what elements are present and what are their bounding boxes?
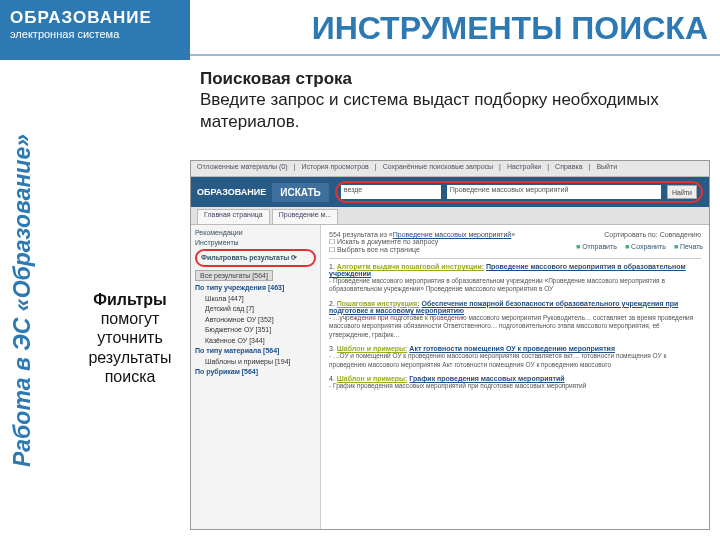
app-screenshot: Отложенные материалы (0)| История просмо… bbox=[190, 160, 710, 530]
result-pre: Пошаговая инструкция: bbox=[337, 300, 420, 307]
description-head: Поисковая строка bbox=[200, 69, 352, 88]
tree-node[interactable]: По типу материала [564] bbox=[195, 346, 316, 357]
search-input[interactable]: Проведение массовых мероприятий bbox=[447, 185, 661, 199]
result-pre: Алгоритм выдачи пошаговой инструкции: bbox=[337, 263, 484, 270]
toolbar-print[interactable]: Печать bbox=[674, 243, 703, 250]
topmenu-item[interactable]: Настройки bbox=[507, 163, 541, 174]
result-snippet: - График проведения массовых мероприятий… bbox=[329, 382, 701, 390]
toolbar: Отправить Сохранить Печать bbox=[576, 243, 703, 250]
brand-logo: ОБРАЗОВАНИЕ электронная система bbox=[0, 0, 190, 60]
result-snippet: - …ОУ и помещений ОУ к проведению массов… bbox=[329, 352, 701, 369]
callout-head: Фильтры bbox=[93, 291, 166, 308]
tree-node[interactable]: По типу учреждения [463] bbox=[195, 283, 316, 294]
query-link[interactable]: Проведение массовых мероприятий bbox=[393, 231, 512, 238]
filter-label[interactable]: Фильтровать результаты ⟳ bbox=[201, 254, 297, 261]
description-body: Введите запрос и система выдаст подборку… bbox=[200, 90, 659, 130]
topmenu: Отложенные материалы (0)| История просмо… bbox=[191, 161, 709, 177]
result-pre: Шаблон и примеры: bbox=[337, 345, 408, 352]
tab-search[interactable]: Проведение м... bbox=[272, 209, 338, 224]
tree-child[interactable]: Школа [447] bbox=[195, 294, 316, 305]
brand-line1: ОБРАЗОВАНИЕ bbox=[10, 8, 180, 28]
topmenu-item[interactable]: Отложенные материалы (0) bbox=[197, 163, 288, 174]
description: Поисковая строка Введите запрос и систем… bbox=[200, 68, 700, 132]
result-count: 554 результата из bbox=[329, 231, 387, 238]
chk-select-all[interactable]: Выбрать все на странице bbox=[337, 246, 420, 253]
tree-child[interactable]: Шаблоны и примеры [194] bbox=[195, 357, 316, 368]
result-title[interactable]: График проведения массовых мероприятий bbox=[409, 375, 564, 382]
result-item: 4. Шаблон и примеры: График проведения м… bbox=[329, 375, 701, 390]
app-brand: ОБРАЗОВАНИЕ bbox=[197, 187, 266, 197]
sidebar-item[interactable]: Инструменты bbox=[195, 239, 316, 246]
result-item: 1. Алгоритм выдачи пошаговой инструкции:… bbox=[329, 263, 701, 294]
topmenu-item[interactable]: История просмотров bbox=[301, 163, 368, 174]
tree-child[interactable]: Автономное ОУ [352] bbox=[195, 315, 316, 326]
topmenu-item[interactable]: Справка bbox=[555, 163, 582, 174]
tree-node[interactable]: По рубрикам [564] bbox=[195, 367, 316, 378]
slide-title: ИНСТРУМЕНТЫ ПОИСКА bbox=[312, 10, 708, 47]
title-rule bbox=[190, 54, 720, 56]
tree-child[interactable]: Детский сад [7] bbox=[195, 304, 316, 315]
topmenu-item[interactable]: Выйти bbox=[596, 163, 617, 174]
brand-line2: электронная система bbox=[10, 28, 180, 40]
sidebar: Рекомендации Инструменты Фильтровать рез… bbox=[191, 225, 321, 529]
toolbar-save[interactable]: Сохранить bbox=[625, 243, 666, 250]
side-label: Работа в ЭС «Образование» bbox=[0, 60, 46, 540]
callout-body: помогут уточнить результаты поиска bbox=[88, 310, 171, 385]
filter-tree: По типу учреждения [463] Школа [447] Дет… bbox=[195, 283, 316, 378]
result-snippet: - …учреждения при подготовке к проведени… bbox=[329, 314, 701, 339]
result-item: 3. Шаблон и примеры: Акт готовности поме… bbox=[329, 345, 701, 369]
topmenu-item[interactable]: Сохранённые поисковые запросы bbox=[383, 163, 493, 174]
tree-child[interactable]: Казённое ОУ [344] bbox=[195, 336, 316, 347]
result-item: 2. Пошаговая инструкция: Обеспечение пож… bbox=[329, 300, 701, 339]
results-tab[interactable]: Все результаты [564] bbox=[195, 270, 273, 281]
sidebar-item[interactable]: Рекомендации bbox=[195, 229, 316, 236]
results-pane: Отправить Сохранить Печать 554 результат… bbox=[321, 225, 709, 529]
tree-child[interactable]: Бюджетное ОУ [351] bbox=[195, 325, 316, 336]
tab-home[interactable]: Главная страница bbox=[197, 209, 270, 224]
chk-in-doc[interactable]: Искать в документе по запросу bbox=[337, 238, 438, 245]
search-highlight-oval: везде Проведение массовых мероприятий На… bbox=[335, 181, 703, 203]
tabs: Главная страница Проведение м... bbox=[191, 207, 709, 225]
result-title[interactable]: Акт готовности помещения ОУ к проведению… bbox=[409, 345, 615, 352]
search-button[interactable]: Найти bbox=[667, 185, 697, 199]
search-scope-select[interactable]: везде bbox=[341, 185, 441, 199]
toolbar-send[interactable]: Отправить bbox=[576, 243, 617, 250]
result-snippet: - Проведение массового мероприятия в обр… bbox=[329, 277, 701, 294]
filter-highlight-oval: Фильтровать результаты ⟳ bbox=[195, 249, 316, 267]
app-body: Рекомендации Инструменты Фильтровать рез… bbox=[191, 225, 709, 529]
search-label: ИСКАТЬ bbox=[272, 183, 329, 202]
result-pre: Шаблон и примеры: bbox=[337, 375, 408, 382]
side-label-text: Работа в ЭС «Образование» bbox=[10, 133, 37, 466]
callout-filters: Фильтры помогут уточнить результаты поис… bbox=[70, 290, 190, 386]
app-header: ОБРАЗОВАНИЕ ИСКАТЬ везде Проведение масс… bbox=[191, 177, 709, 207]
